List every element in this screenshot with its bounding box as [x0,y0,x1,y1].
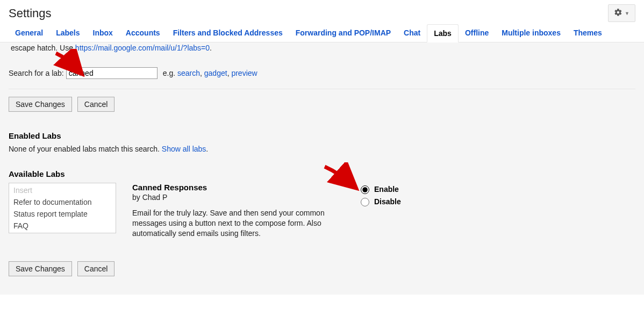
tab-filters-and-blocked-addresses[interactable]: Filters and Blocked Addresses [167,24,289,42]
cancel-button[interactable]: Cancel [77,97,115,112]
enabled-labs-heading: Enabled Labs [9,131,635,140]
cancel-button-bottom[interactable]: Cancel [77,261,115,276]
template-list[interactable]: InsertRefer to documentationStatus repor… [9,183,116,233]
save-button-bottom[interactable]: Save Changes [9,261,72,276]
disable-radio[interactable]: Disable [358,196,401,206]
tab-accounts[interactable]: Accounts [119,24,167,42]
tab-themes[interactable]: Themes [567,24,609,42]
list-item[interactable]: Insert [9,184,116,196]
settings-gear-button[interactable]: ▼ [608,4,635,22]
chevron-down-icon: ▼ [625,11,629,16]
available-labs-heading: Available Labs [9,169,635,178]
lab-author: by Chad P [132,192,337,202]
show-all-labs-link[interactable]: Show all labs [162,145,206,153]
search-label: Search for a lab: [9,69,64,77]
eg-link-search[interactable]: search [177,69,200,77]
tab-chat[interactable]: Chat [397,24,427,42]
enable-radio[interactable]: Enable [358,184,401,194]
tab-labs[interactable]: Labs [427,24,459,42]
tab-offline[interactable]: Offline [459,24,495,42]
tab-forwarding-and-pop-imap[interactable]: Forwarding and POP/IMAP [289,24,397,42]
enable-radio-input[interactable] [361,185,369,194]
enabled-labs-message: None of your enabled labs match this sea… [9,145,635,158]
eg-link-gadget[interactable]: gadget [204,69,227,77]
gear-icon [614,8,622,18]
list-item[interactable]: FAQ [9,220,116,232]
list-item[interactable]: Refer to documentation [9,196,116,208]
save-button[interactable]: Save Changes [9,97,72,112]
lab-description: Email for the truly lazy. Save and then … [132,208,337,239]
lab-title: Canned Responses [132,183,337,192]
tab-inbox[interactable]: Inbox [87,24,119,42]
settings-tabs: GeneralLabelsInboxAccountsFilters and Bl… [0,24,644,42]
tab-labels[interactable]: Labels [49,24,86,42]
escape-hatch-text: escape hatch. Use https://mail.google.co… [9,42,635,56]
tab-multiple-inboxes[interactable]: Multiple inboxes [495,24,567,42]
page-title: Settings [9,6,52,20]
disable-radio-input[interactable] [361,198,369,206]
tab-general[interactable]: General [9,24,49,42]
list-item[interactable]: Status report template [9,208,116,220]
search-examples: e.g. search, gadget, preview [163,69,257,77]
search-input[interactable] [66,67,158,79]
eg-link-preview[interactable]: preview [231,69,257,77]
escape-hatch-link[interactable]: https://mail.google.com/mail/u/1/?labs=0 [75,44,210,52]
